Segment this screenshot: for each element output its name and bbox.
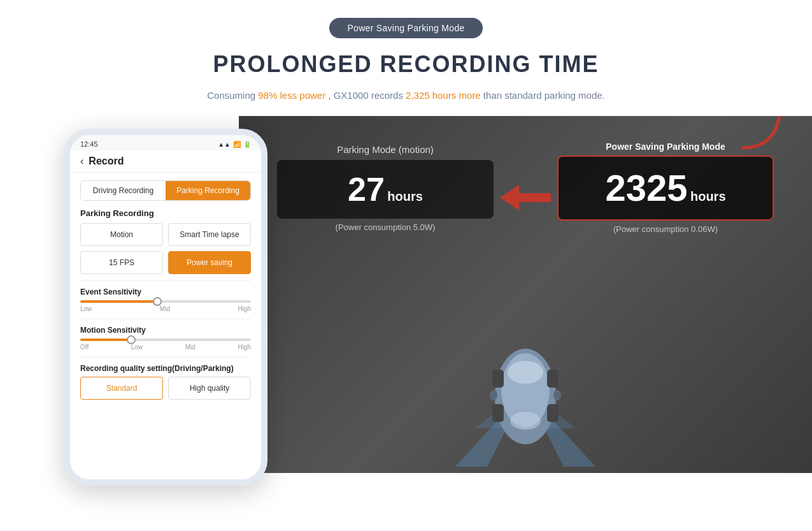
motion-low: Low (131, 344, 143, 351)
phone-body: Parking Recording Motion Smart Time laps… (70, 208, 261, 400)
svg-rect-10 (547, 370, 559, 388)
quality-label: Recording quality setting(Driving/Parkin… (80, 364, 251, 373)
motion-sensitivity-track[interactable] (80, 338, 251, 341)
motion-mid: Mid (185, 344, 196, 351)
phone-time: 12:45 (80, 140, 98, 148)
quality-button-grid: Standard High quality (80, 377, 251, 400)
main-content: Parking Mode (motion) 27 hours (Power co… (0, 116, 812, 473)
right-hours-unit: hours (690, 189, 726, 203)
phone-header: ‹ Record (70, 150, 261, 173)
phone-status-icons: ▲▲ 📶 🔋 (218, 141, 251, 148)
top-section: Power Saving Parking Mode PROLONGED RECO… (0, 0, 812, 116)
subtitle: Consuming 98% less power , GX1000 record… (13, 88, 799, 103)
event-sensitivity-track[interactable] (80, 300, 251, 303)
phone-wrapper: 12:45 ▲▲ 📶 🔋 ‹ Record Driving Recording … (32, 116, 350, 486)
btn-standard[interactable]: Standard (80, 377, 163, 400)
svg-point-8 (510, 412, 541, 430)
svg-marker-0 (500, 185, 551, 210)
left-hours-unit: hours (387, 189, 423, 203)
btn-high-quality[interactable]: High quality (168, 377, 251, 400)
subtitle-middle: , GX1000 records (328, 90, 406, 101)
motion-sensitivity-thumb[interactable] (127, 335, 136, 344)
divider3 (80, 357, 251, 358)
svg-point-7 (508, 361, 543, 384)
btn-motion[interactable]: Motion (80, 223, 163, 246)
svg-point-13 (490, 390, 497, 400)
red-left-arrow-icon (500, 182, 551, 214)
sensitivity-mid: Mid (160, 305, 170, 312)
record-title: Record (89, 156, 124, 167)
sensitivity-low: Low (80, 305, 92, 312)
event-sensitivity-thumb[interactable] (153, 297, 162, 306)
divider2 (80, 319, 251, 319)
svg-rect-11 (492, 404, 504, 422)
left-hours-number: 27 (348, 171, 385, 208)
right-hours-display: 2325 hours (576, 170, 755, 207)
subtitle-after: than standard parking mode. (483, 90, 605, 101)
main-title: PROLONGED RECORDING TIME (13, 51, 799, 78)
right-power-label: (Power consumption 0.06W) (557, 224, 774, 234)
wifi-icon: 📶 (233, 141, 241, 148)
right-hours-number: 2325 (605, 167, 687, 208)
button-grid-row2: 15 FPS Power saving (80, 251, 251, 274)
event-sensitivity-labels: Low Mid High (80, 305, 251, 312)
subtitle-highlight1: 98% less power (258, 90, 325, 101)
right-hours-box: 2325 hours (557, 156, 774, 221)
curved-up-arrow-icon (729, 116, 793, 154)
motion-off: Off (80, 344, 89, 351)
svg-point-14 (553, 390, 561, 400)
tab-driving-recording[interactable]: Driving Recording (81, 181, 166, 200)
tab-parking-recording[interactable]: Parking Recording (166, 181, 250, 200)
svg-rect-9 (492, 370, 504, 388)
button-grid-row1: Motion Smart Time lapse (80, 223, 251, 246)
svg-rect-12 (547, 404, 559, 422)
parking-recording-label: Parking Recording (80, 208, 251, 218)
subtitle-before: Consuming (207, 90, 258, 101)
motion-sensitivity-fill (80, 338, 131, 341)
back-arrow-icon[interactable]: ‹ (80, 156, 83, 167)
motion-sensitivity-label: Motion Sensitivity (80, 326, 251, 335)
battery-icon: 🔋 (243, 141, 251, 148)
motion-high: High (238, 344, 251, 351)
phone-frame: 12:45 ▲▲ 📶 🔋 ‹ Record Driving Recording … (64, 129, 267, 486)
signal-icon: ▲▲ (218, 141, 231, 148)
event-sensitivity-label: Event Sensitivity (80, 287, 251, 296)
btn-power-saving[interactable]: Power saving (168, 251, 251, 274)
btn-15fps[interactable]: 15 FPS (80, 251, 163, 274)
event-sensitivity-section: Event Sensitivity Low Mid High (80, 287, 251, 312)
arrows-middle (500, 182, 551, 214)
divider1 (80, 280, 251, 281)
motion-sensitivity-labels: Off Low Mid High (80, 344, 251, 351)
phone-status-bar: 12:45 ▲▲ 📶 🔋 (70, 135, 261, 150)
tab-bar: Driving Recording Parking Recording (80, 180, 251, 201)
subtitle-highlight2: 2,325 hours more (406, 90, 481, 101)
right-comparison-group: Power Saving Parking Mode 2325 hours (Po… (557, 142, 774, 234)
mode-badge: Power Saving Parking Mode (329, 18, 482, 38)
car-svg (404, 326, 646, 467)
event-sensitivity-fill (80, 300, 157, 303)
btn-smart-timelapse[interactable]: Smart Time lapse (168, 223, 251, 246)
motion-sensitivity-section: Motion Sensitivity Off Low Mid High (80, 326, 251, 351)
car-area (404, 326, 646, 467)
sensitivity-high: High (238, 305, 251, 312)
